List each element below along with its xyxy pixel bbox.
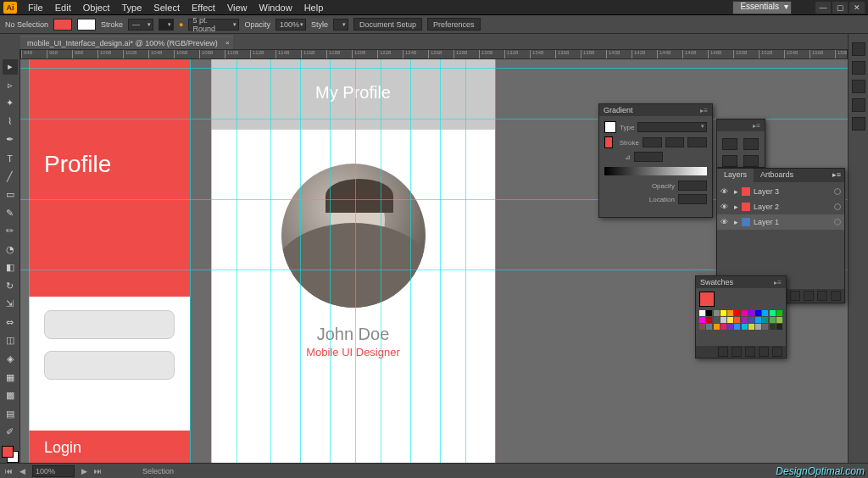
swatch-cell[interactable]	[770, 324, 776, 330]
shape-builder-tool[interactable]: ◈	[3, 352, 18, 367]
visibility-icon[interactable]: 👁	[721, 218, 731, 226]
document-setup-button[interactable]: Document Setup	[353, 18, 422, 31]
pencil-tool[interactable]: ✏	[3, 224, 18, 239]
panel-icon[interactable]	[852, 80, 865, 93]
swatch-cell[interactable]	[770, 310, 776, 316]
swatch-cell[interactable]	[755, 310, 761, 316]
preferences-button[interactable]: Preferences	[427, 18, 481, 31]
swatch-cell[interactable]	[727, 317, 733, 323]
eraser-tool[interactable]: ◧	[3, 260, 18, 275]
rectangle-tool[interactable]: ▭	[3, 187, 18, 203]
magic-wand-tool[interactable]: ✦	[3, 96, 18, 111]
stroke-style-dropdown[interactable]	[159, 19, 174, 31]
line-tool[interactable]: ╱	[3, 169, 18, 184]
artboards-tab[interactable]: Artboards	[754, 169, 800, 182]
swatch-cell[interactable]	[762, 324, 768, 330]
stroke-option[interactable]	[665, 137, 685, 147]
document-tab[interactable]: mobile_UI_Interface_design.ai* @ 100% (R…	[20, 36, 233, 49]
close-tab-icon[interactable]: ×	[225, 39, 230, 47]
swatch-cell[interactable]	[721, 310, 726, 316]
menu-effect[interactable]: Effect	[186, 3, 221, 13]
panel-menu-icon[interactable]: ▸≡	[774, 279, 782, 286]
artboard-login[interactable]: Profile Login	[29, 59, 190, 463]
angle-input[interactable]	[634, 152, 663, 162]
artboard-profile[interactable]: My Profile John Doe Mobile UI Designer	[211, 59, 495, 463]
swatch-cell[interactable]	[727, 310, 733, 316]
panel-icon[interactable]	[743, 138, 759, 150]
login-button[interactable]: Login	[29, 431, 190, 463]
width-tool[interactable]: ⇔	[3, 315, 18, 331]
panel-icon[interactable]	[722, 138, 737, 150]
stroke-option[interactable]	[687, 137, 707, 147]
layers-tab[interactable]: Layers	[717, 169, 754, 182]
brush-tool[interactable]: ✎	[3, 205, 18, 220]
brush-dropdown[interactable]: 5 pt. Round	[188, 19, 239, 31]
target-icon[interactable]	[834, 203, 841, 210]
swatch-cell[interactable]	[706, 310, 712, 316]
menu-edit[interactable]: Edit	[49, 3, 77, 13]
panel-icon[interactable]	[852, 42, 865, 56]
swatch-cell[interactable]	[776, 324, 782, 330]
target-icon[interactable]	[834, 219, 841, 225]
stroke-weight-dropdown[interactable]: —	[128, 19, 153, 31]
gradient-tool[interactable]: ▤	[3, 406, 18, 421]
swatch-cell[interactable]	[742, 317, 748, 323]
panel-menu-icon[interactable]: ▸≡	[753, 122, 760, 130]
close-button[interactable]: ✕	[849, 2, 865, 14]
visibility-icon[interactable]: 👁	[721, 187, 731, 196]
menu-type[interactable]: Type	[116, 3, 148, 13]
nav-first-icon[interactable]: ⏮	[5, 467, 13, 475]
swatches-panel[interactable]: Swatches▸≡	[695, 275, 787, 358]
gradient-ramp[interactable]	[604, 167, 707, 175]
swatch-lib-icon[interactable]	[718, 347, 728, 357]
menu-view[interactable]: View	[221, 3, 253, 13]
menu-object[interactable]: Object	[77, 3, 116, 13]
style-dropdown[interactable]	[333, 19, 348, 31]
opacity-dropdown[interactable]: 100%	[275, 19, 306, 31]
mesh-tool[interactable]: ▩	[3, 388, 18, 403]
swatch-cell[interactable]	[755, 317, 761, 323]
minimize-button[interactable]: —	[815, 2, 831, 14]
lasso-tool[interactable]: ⌇	[3, 114, 18, 130]
swatch-cell[interactable]	[762, 310, 768, 316]
swatch-cell[interactable]	[755, 324, 761, 330]
target-icon[interactable]	[834, 188, 841, 195]
swatch-cell[interactable]	[714, 324, 720, 330]
swatch-cell[interactable]	[742, 324, 748, 330]
panel-menu-icon[interactable]: ▸≡	[829, 169, 844, 182]
perspective-tool[interactable]: ▦	[3, 370, 18, 385]
menu-window[interactable]: Window	[253, 3, 298, 13]
gradient-type-dropdown[interactable]	[637, 122, 707, 132]
layer-row[interactable]: 👁▸Layer 2	[717, 199, 844, 214]
swatch-cell[interactable]	[714, 317, 720, 323]
panel-icon[interactable]	[722, 155, 737, 167]
gradient-preview[interactable]	[604, 121, 616, 133]
panel-menu-icon[interactable]: ▸≡	[700, 107, 708, 114]
new-layer-icon[interactable]	[817, 291, 827, 301]
swatch-cell[interactable]	[714, 310, 720, 316]
panel-icon[interactable]	[852, 98, 865, 112]
swatch-cell[interactable]	[748, 324, 754, 330]
panel-icon[interactable]	[743, 155, 759, 167]
swatch-cell[interactable]	[748, 317, 754, 323]
maximize-button[interactable]: ▢	[832, 2, 848, 14]
direct-selection-tool[interactable]: ▹	[3, 78, 18, 93]
swatch-cell[interactable]	[727, 324, 733, 330]
swatch-opts-icon[interactable]	[732, 347, 742, 357]
clip-mask-icon[interactable]	[790, 291, 800, 301]
swatch-cell[interactable]	[699, 324, 705, 330]
zoom-input[interactable]: 100%	[32, 465, 75, 477]
swatch-cell[interactable]	[762, 317, 768, 323]
stroke-option[interactable]	[643, 137, 662, 147]
eyedropper-tool[interactable]: ✐	[3, 425, 18, 440]
new-group-icon[interactable]	[745, 347, 755, 357]
layer-row[interactable]: 👁▸Layer 1	[717, 214, 844, 230]
visibility-icon[interactable]: 👁	[721, 203, 731, 211]
nav-prev-icon[interactable]: ◀	[19, 467, 25, 475]
panel-icon[interactable]	[852, 61, 865, 75]
menu-file[interactable]: File	[22, 3, 49, 13]
gradient-swatch[interactable]	[604, 136, 613, 148]
input-field[interactable]	[44, 351, 175, 380]
menu-select[interactable]: Select	[147, 3, 186, 13]
input-field[interactable]	[44, 310, 175, 339]
